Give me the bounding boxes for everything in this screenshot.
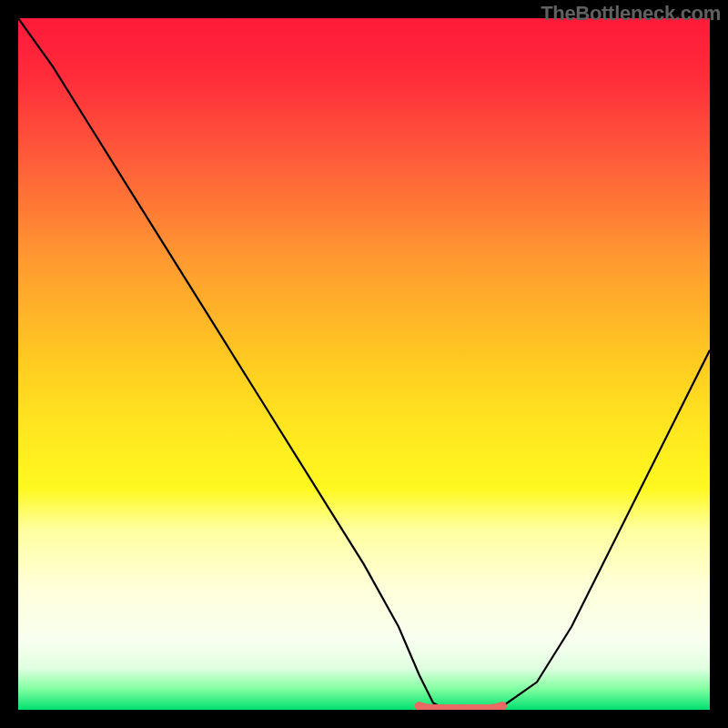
chart-container: TheBottleneck.com	[0, 0, 728, 728]
plot-background-gradient	[18, 18, 710, 710]
watermark-text: TheBottleneck.com	[541, 2, 721, 25]
